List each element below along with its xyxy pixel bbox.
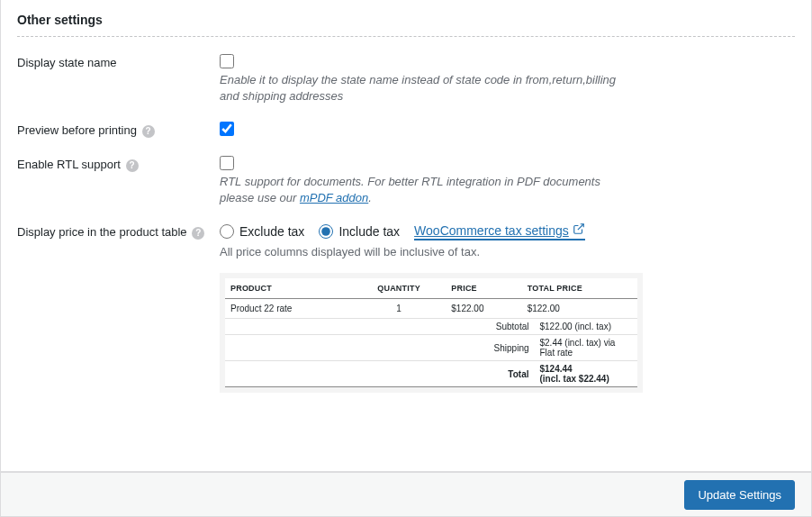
settings-panel: Other settings Display state name Enable…: [0, 0, 812, 472]
radio-exclude-tax[interactable]: [220, 224, 234, 239]
checkbox-preview-before-printing[interactable]: [220, 122, 234, 136]
label-preview-before-printing: Preview before printing ?: [17, 121, 220, 139]
radio-include-tax[interactable]: [319, 224, 333, 239]
table-row: Product 22 rate 1 $122.00 $122.00: [225, 299, 637, 319]
help-icon[interactable]: ?: [126, 159, 139, 172]
totals-row-subtotal: Subtotal $122.00 (incl. tax): [225, 319, 637, 335]
update-settings-button[interactable]: Update Settings: [684, 480, 795, 510]
checkbox-enable-rtl[interactable]: [220, 156, 234, 170]
totals-row-shipping: Shipping $2.44 (incl. tax) via Flat rate: [225, 335, 637, 361]
desc-display-state-name: Enable it to display the state name inst…: [220, 72, 625, 104]
col-price: PRICE: [446, 278, 521, 299]
col-quantity: QUANTITY: [352, 278, 446, 299]
totals-row-total: Total $124.44 (incl. tax $22.44): [225, 361, 637, 387]
price-preview-box: PRODUCT QUANTITY PRICE TOTAL PRICE Produ…: [220, 273, 643, 393]
link-mpdf-addon[interactable]: mPDF addon: [300, 191, 368, 204]
col-total-price: TOTAL PRICE: [522, 278, 637, 299]
col-product: PRODUCT: [225, 278, 352, 299]
help-icon[interactable]: ?: [192, 227, 204, 240]
label-enable-rtl: Enable RTL support ?: [17, 155, 220, 206]
checkbox-display-state-name[interactable]: [220, 54, 234, 68]
desc-enable-rtl: RTL support for documents. For better RT…: [220, 174, 625, 206]
radio-include-tax-label[interactable]: Include tax: [319, 224, 400, 239]
row-display-price-tax: Display price in the product table ? Exc…: [17, 206, 795, 393]
section-title: Other settings: [17, 0, 795, 37]
help-icon[interactable]: ?: [142, 125, 155, 138]
preview-totals: Subtotal $122.00 (incl. tax) Shipping $2…: [225, 319, 637, 387]
desc-display-price-tax: All price columns displayed will be incl…: [220, 244, 625, 260]
radio-exclude-tax-label[interactable]: Exclude tax: [220, 224, 304, 239]
link-woocommerce-tax-settings[interactable]: WooCommerce tax settings: [414, 222, 585, 240]
preview-table: PRODUCT QUANTITY PRICE TOTAL PRICE Produ…: [225, 278, 637, 319]
row-display-state-name: Display state name Enable it to display …: [17, 37, 795, 104]
label-display-state-name: Display state name: [17, 53, 220, 104]
row-preview-before-printing: Preview before printing ?: [17, 104, 795, 139]
footer-bar: Update Settings: [0, 472, 812, 517]
svg-line-0: [578, 224, 583, 230]
external-link-icon: [573, 222, 585, 238]
label-display-price-tax: Display price in the product table ?: [17, 222, 220, 393]
row-enable-rtl: Enable RTL support ? RTL support for doc…: [17, 139, 795, 206]
